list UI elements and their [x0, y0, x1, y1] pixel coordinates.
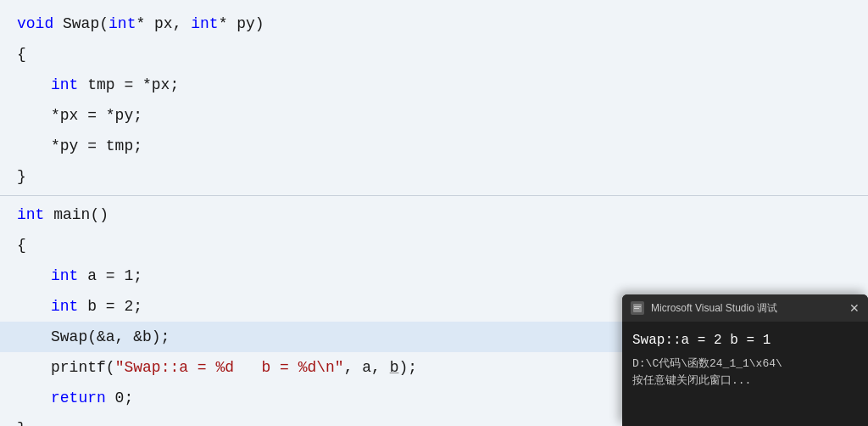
- terminal-window[interactable]: Microsoft Visual Studio 调试 ✕ Swap::a = 2…: [622, 294, 868, 426]
- keyword-void: void: [17, 10, 53, 37]
- code-line-6: }: [0, 161, 868, 192]
- code-line-2: {: [0, 39, 868, 70]
- code-line-10: int a = 1;: [0, 261, 868, 291]
- terminal-close-button[interactable]: ✕: [849, 301, 860, 315]
- code-line-1: void Swap(int* px, int* py): [0, 8, 868, 39]
- terminal-output-3: 按任意键关闭此窗口...: [632, 373, 858, 390]
- terminal-body: Swap::a = 2 b = 1 D:\C代码\函数24_1_1\x64\ 按…: [622, 322, 868, 397]
- terminal-output-1: Swap::a = 2 b = 1: [632, 330, 858, 350]
- terminal-title: Microsoft Visual Studio 调试: [651, 301, 843, 316]
- svg-rect-1: [634, 306, 641, 307]
- terminal-icon: [631, 301, 644, 315]
- code-line-4: *px = *py;: [0, 100, 868, 131]
- code-editor: void Swap(int* px, int* py) { int tmp = …: [0, 0, 868, 426]
- code-separator: [0, 195, 868, 196]
- code-line-9: {: [0, 230, 868, 261]
- terminal-titlebar: Microsoft Visual Studio 调试 ✕: [622, 294, 868, 322]
- terminal-output-2: D:\C代码\函数24_1_1\x64\: [632, 356, 858, 373]
- code-line-5: *py = tmp;: [0, 131, 868, 161]
- svg-rect-2: [634, 308, 639, 309]
- code-line-3: int tmp = *px;: [0, 70, 868, 100]
- code-line-8: int main(): [0, 199, 868, 230]
